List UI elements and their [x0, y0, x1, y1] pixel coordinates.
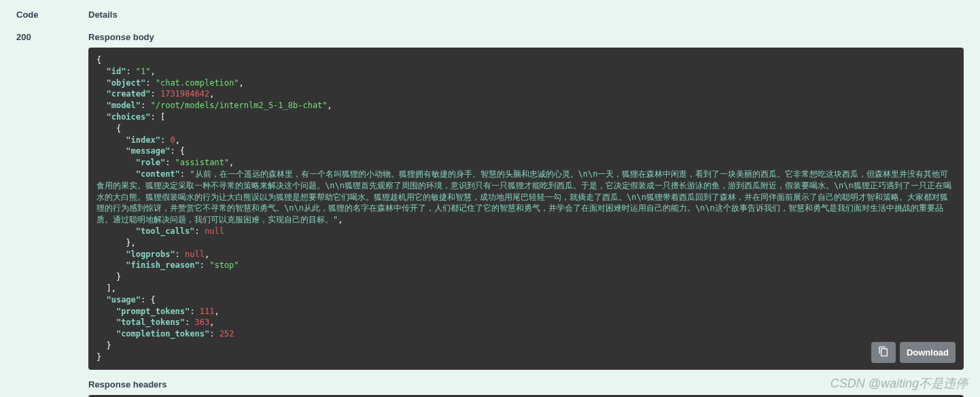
json-key-total-tokens: "total_tokens" [116, 317, 185, 327]
json-key-tool-calls: "tool_calls" [136, 226, 195, 236]
json-key-content: "content" [136, 169, 180, 179]
json-val-content: "从前，在一个遥远的森林里，有一个名叫狐狸的小动物。狐狸拥有敏捷的身手、智慧的头… [97, 169, 951, 224]
json-val-logprobs: null [185, 249, 205, 259]
json-val-total-tokens: 363 [195, 317, 210, 327]
json-key-model: "model" [106, 101, 141, 110]
json-key-choices: "choices" [106, 112, 150, 122]
json-key-object: "object" [106, 78, 145, 88]
json-key-id: "id" [106, 67, 126, 76]
json-val-completion-tokens: 252 [220, 329, 234, 339]
json-key-completion-tokens: "completion_tokens" [116, 329, 209, 339]
json-key-index: "index" [126, 135, 160, 145]
json-val-finish-reason: "stop" [209, 260, 239, 270]
json-val-model: "/root/models/internlm2_5-1_8b-chat" [150, 101, 327, 110]
code-column-header: Code [16, 7, 88, 32]
json-key-created: "created" [106, 89, 150, 99]
json-val-prompt-tokens: 111 [200, 307, 215, 316]
clipboard-icon [878, 346, 889, 359]
json-val-id: "1" [136, 67, 151, 76]
response-body-label: Response body [88, 32, 964, 42]
response-body-block: { "id": "1", "object": "chat.completion"… [88, 48, 964, 370]
json-key-finish-reason: "finish_reason" [126, 260, 199, 270]
json-val-index: 0 [170, 135, 175, 145]
response-headers-label: Response headers [88, 379, 964, 390]
json-val-role: "assistant" [175, 158, 229, 167]
copy-button[interactable] [871, 342, 896, 363]
json-val-tool-calls: null [205, 226, 224, 236]
json-key-logprobs: "logprobs" [126, 249, 175, 259]
json-val-created: 1731984642 [160, 89, 209, 99]
json-key-role: "role" [136, 158, 165, 167]
response-headers-block: access-control-allow-origin: * content-l… [88, 395, 964, 397]
download-label: Download [907, 347, 949, 358]
json-key-message: "message" [126, 146, 170, 156]
json-key-usage: "usage" [106, 295, 141, 305]
http-status-code: 200 [16, 32, 88, 42]
json-key-prompt-tokens: "prompt_tokens" [116, 307, 190, 316]
json-val-object: "chat.completion" [156, 78, 239, 88]
details-column-header: Details [88, 7, 964, 32]
download-button[interactable]: Download [900, 342, 956, 363]
